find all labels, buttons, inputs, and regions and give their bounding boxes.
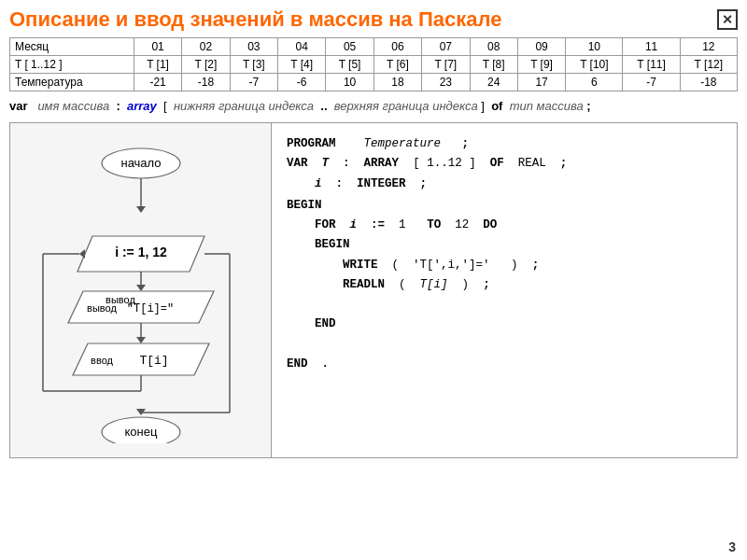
type-name: тип массива bbox=[510, 99, 584, 113]
code-line-8: READLN ( T[i] ) ; bbox=[343, 275, 722, 295]
svg-marker-7 bbox=[136, 285, 146, 291]
code-line-9: END bbox=[315, 315, 722, 334]
end-dot: . bbox=[322, 357, 330, 371]
svg-marker-13 bbox=[136, 337, 146, 343]
for-var: i bbox=[350, 218, 358, 231]
semi2: ; bbox=[560, 157, 568, 170]
close-button[interactable]: ✕ bbox=[717, 9, 738, 30]
dots: .. bbox=[320, 99, 327, 113]
code-line-2: VAR T : ARRAY [ 1..12 ] OF REAL ; bbox=[287, 154, 722, 174]
semicolon: ; bbox=[586, 99, 590, 113]
for-keyword: FOR bbox=[315, 218, 336, 231]
lower-bound: нижняя граница индекса bbox=[174, 99, 314, 113]
program-name: Temperature bbox=[364, 137, 442, 150]
readln-arg: T[i] bbox=[420, 278, 448, 291]
close-icon: ✕ bbox=[722, 12, 733, 27]
code-blank bbox=[287, 295, 722, 315]
do-keyword: DO bbox=[483, 218, 497, 231]
code-blank2 bbox=[287, 335, 722, 355]
from-val: 1 bbox=[399, 218, 406, 231]
code-line-1: PROGRAM Temperature ; bbox=[287, 134, 722, 154]
colon: : bbox=[116, 99, 120, 113]
to-val: 12 bbox=[455, 218, 469, 231]
code-line-3: i : INTEGER ; bbox=[315, 175, 722, 194]
header: Описание и ввод значений в массив на Пас… bbox=[0, 0, 747, 37]
var-i: i bbox=[315, 177, 322, 190]
table-row-temps: Температура -21 -18 -7 -6 10 18 23 24 17… bbox=[10, 74, 738, 91]
colon2: : bbox=[343, 157, 350, 170]
to-keyword: TO bbox=[427, 218, 441, 231]
code-line-4: BEGIN bbox=[287, 196, 722, 216]
svg-text:конец: конец bbox=[124, 425, 157, 439]
write-close: ) bbox=[511, 259, 518, 272]
bracket-close: ] bbox=[481, 99, 485, 113]
upper-bound: верхняя граница индекса bbox=[334, 99, 478, 113]
table-row-indices: T [ 1..12 ] T [1] T [2] T [3] T [4] T [5… bbox=[10, 56, 738, 74]
code-line-5: FOR i := 1 TO 12 DO bbox=[315, 216, 722, 235]
assign: := bbox=[371, 218, 385, 231]
array-keyword: array bbox=[127, 99, 157, 113]
program-keyword: PROGRAM bbox=[287, 137, 336, 150]
svg-text:ввод: ввод bbox=[91, 355, 113, 366]
range: [ 1..12 ] bbox=[413, 157, 476, 170]
end2-keyword: END bbox=[287, 357, 308, 371]
semi1: ; bbox=[462, 137, 470, 150]
var-t: T bbox=[322, 157, 330, 170]
code-line-10: END . bbox=[287, 355, 722, 374]
page-number: 3 bbox=[728, 539, 736, 554]
array-keyword-code: ARRAY bbox=[364, 157, 400, 170]
code-panel: PROGRAM Temperature ; VAR T : ARRAY [ 1.… bbox=[272, 123, 737, 457]
begin2-keyword: BEGIN bbox=[315, 238, 350, 251]
semi4: ; bbox=[532, 259, 540, 272]
month-label: Месяц bbox=[10, 38, 134, 56]
data-table: Месяц 01 02 03 04 05 06 07 08 09 10 11 1… bbox=[9, 37, 738, 91]
readln-close: ) bbox=[462, 278, 470, 291]
readln-open: ( bbox=[399, 278, 406, 291]
real-type: REAL bbox=[518, 157, 546, 170]
main-content: началоi := 1, 12вывод"T[i]="выводвводT[i… bbox=[9, 122, 738, 458]
svg-text:вывод: вывод bbox=[87, 302, 117, 314]
semi3: ; bbox=[420, 177, 428, 190]
end1-keyword: END bbox=[315, 317, 336, 330]
var-keyword: var bbox=[9, 99, 28, 113]
svg-marker-3 bbox=[136, 206, 146, 213]
semi5: ; bbox=[483, 278, 490, 291]
syntax-line: var имя массива : array [ нижняя граница… bbox=[0, 91, 747, 120]
colon3: : bbox=[336, 177, 344, 190]
page-title: Описание и ввод значений в массив на Пас… bbox=[9, 7, 501, 32]
code-line-7: WRITE ( 'T[',i,']=' ) ; bbox=[343, 256, 722, 275]
begin-keyword: BEGIN bbox=[287, 199, 322, 212]
svg-marker-21 bbox=[79, 249, 85, 259]
of-keyword: of bbox=[491, 99, 502, 113]
of-keyword-code: OF bbox=[490, 157, 504, 170]
table-row-months: Месяц 01 02 03 04 05 06 07 08 09 10 11 1… bbox=[10, 38, 738, 56]
var-name: имя массива bbox=[37, 99, 109, 113]
write-str: 'T[',i,']=' bbox=[413, 259, 490, 272]
svg-text:начало: начало bbox=[120, 156, 161, 170]
var-keyword-code: VAR bbox=[287, 157, 308, 170]
flowchart-panel: началоi := 1, 12вывод"T[i]="выводвводT[i… bbox=[10, 123, 272, 457]
write-keyword: WRITE bbox=[343, 259, 378, 272]
integer-type: INTEGER bbox=[357, 177, 406, 190]
svg-text:"T[i]=": "T[i]=" bbox=[126, 302, 173, 315]
svg-text:T[i]: T[i] bbox=[139, 354, 168, 368]
write-open: ( bbox=[392, 259, 400, 272]
code-line-6: BEGIN bbox=[315, 235, 722, 255]
svg-text:i := 1, 12: i := 1, 12 bbox=[115, 245, 167, 259]
readln-keyword: READLN bbox=[343, 278, 385, 291]
bracket-open: [ bbox=[163, 99, 167, 113]
